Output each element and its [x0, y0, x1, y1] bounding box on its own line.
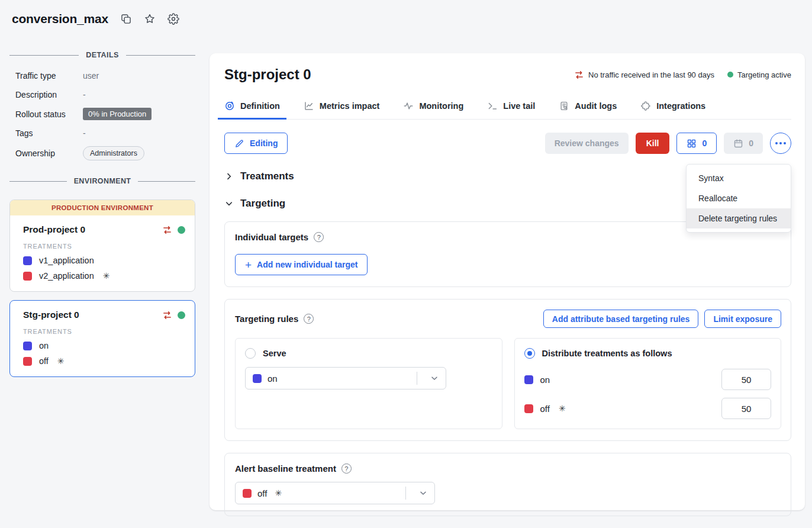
tab-label: Live tail [503, 101, 535, 111]
add-attribute-rules-button[interactable]: Add attribute based targeting rules [543, 310, 699, 328]
tab-integrations[interactable]: Integrations [640, 101, 705, 119]
radio-checked-icon [524, 348, 535, 359]
ownership-pill[interactable]: Administrators [83, 146, 144, 160]
kill-button[interactable]: Kill [636, 133, 670, 154]
treatment-color-swatch [23, 272, 32, 281]
targeting-rules-actions: Add attribute based targeting rules Limi… [543, 310, 781, 328]
no-traffic-label: No traffic received in the last 90 days [588, 70, 714, 79]
plus-icon: + [245, 259, 252, 271]
production-environment-banner: PRODUCTION ENVIRONMENT [10, 200, 195, 215]
star-icon[interactable] [144, 13, 156, 25]
calendar-icon [733, 139, 743, 149]
treatment-name: v1_application [39, 256, 94, 265]
changes-count-button[interactable]: 0 [676, 133, 717, 154]
detail-value: - [83, 128, 86, 138]
treatment-row: v1_application [23, 256, 185, 265]
serve-radio[interactable]: Serve [245, 348, 492, 359]
more-actions-menu: Syntax Reallocate Delete targeting rules [686, 164, 791, 233]
terminal-icon [487, 101, 498, 111]
treatment-name: v2_application [39, 271, 94, 281]
rule-grid: Serve on Distribute [235, 338, 781, 429]
individual-targets-title: Individual targets ? [235, 232, 781, 242]
ellipsis-icon [775, 142, 778, 144]
details-list: Traffic type user Description - Rollout … [15, 70, 195, 160]
detail-value: - [83, 90, 86, 99]
tab-live-tail[interactable]: Live tail [487, 101, 535, 119]
pencil-icon [234, 139, 244, 149]
targeting-rules-panel: Targeting rules ? Add attribute based ta… [224, 299, 791, 441]
treatment-name: off [540, 404, 550, 414]
page-header: conversion_max [12, 12, 179, 26]
add-individual-target-label: Add new individual target [257, 260, 357, 269]
targeting-active-dot [727, 72, 733, 78]
targeting-active-dot [178, 311, 185, 319]
kill-button-label: Kill [646, 139, 659, 148]
help-icon[interactable]: ? [314, 232, 324, 242]
alert-baseline-select[interactable]: off ✳ [235, 482, 435, 504]
copy-icon[interactable] [120, 13, 132, 25]
distribute-radio[interactable]: Distribute treatments as follows [524, 348, 772, 359]
detail-label: Traffic type [15, 71, 83, 81]
review-changes-button[interactable]: Review changes [545, 133, 629, 154]
editing-button-label: Editing [250, 139, 278, 148]
targeting-active-dot [178, 226, 185, 234]
tab-label: Integrations [656, 101, 705, 111]
targeting-rules-header: Targeting rules ? Add attribute based ta… [235, 310, 781, 328]
detail-label: Tags [15, 128, 83, 138]
distribute-option-box: Distribute treatments as follows on off … [514, 338, 782, 429]
detail-label: Ownership [15, 149, 83, 158]
distribute-row-off: off ✳ [524, 398, 772, 419]
serve-radio-label: Serve [263, 349, 286, 358]
menu-item-reallocate[interactable]: Reallocate [687, 188, 791, 208]
tab-bar: Definition Metrics impact Monitoring Liv… [224, 101, 791, 120]
tab-metrics-impact[interactable]: Metrics impact [304, 101, 380, 119]
changes-count: 0 [702, 139, 707, 148]
tab-monitoring[interactable]: Monitoring [403, 101, 463, 119]
traffic-swap-icon [162, 225, 172, 235]
alert-baseline-panel: Alert baseline treatment ? off ✳ [224, 453, 791, 516]
detail-value: user [83, 71, 99, 81]
environment-card-prod[interactable]: PRODUCTION ENVIRONMENT Prod-project 0 TR… [9, 199, 195, 292]
environment-heading-label: ENVIRONMENT [74, 177, 131, 185]
menu-item-delete-targeting-rules[interactable]: Delete targeting rules [687, 208, 791, 228]
treatment-color-swatch [243, 489, 252, 498]
toolbar-right: Review changes Kill 0 0 [545, 133, 791, 154]
menu-item-syntax[interactable]: Syntax [687, 168, 791, 188]
main-panel: Stg-project 0 No traffic received in the… [210, 53, 805, 510]
limit-exposure-button[interactable]: Limit exposure [704, 310, 781, 328]
treatment-color-swatch [23, 342, 32, 350]
schedule-count: 0 [749, 139, 753, 148]
schedule-count-button[interactable]: 0 [724, 133, 763, 154]
tab-audit-logs[interactable]: Audit logs [559, 101, 617, 119]
gear-icon[interactable] [167, 13, 179, 25]
editing-button[interactable]: Editing [224, 133, 288, 154]
tab-definition[interactable]: Definition [224, 101, 280, 119]
default-treatment-icon: ✳ [559, 404, 566, 413]
treatment-color-swatch [23, 256, 32, 265]
serve-treatment-select[interactable]: on [245, 367, 446, 389]
grid-icon [687, 139, 697, 149]
add-individual-target-button[interactable]: + Add new individual target [235, 254, 368, 275]
more-actions-button[interactable] [770, 133, 791, 154]
environment-name: Stg-project 0 [23, 310, 79, 320]
detail-label: Rollout status [15, 110, 83, 119]
environment-status-icons [162, 225, 185, 235]
treatments-section-label: Treatments [240, 170, 294, 182]
detail-row-traffic-type: Traffic type user [15, 70, 195, 82]
targeting-rules-title: Targeting rules ? [235, 314, 314, 324]
detail-row-description: Description - [15, 89, 195, 101]
target-icon [224, 101, 235, 111]
help-icon[interactable]: ? [304, 314, 314, 324]
distribute-on-percent-input[interactable] [721, 369, 771, 390]
default-treatment-icon: ✳ [103, 271, 110, 281]
treatment-color-swatch [23, 357, 32, 366]
alert-baseline-title: Alert baseline treatment ? [235, 463, 781, 474]
rollout-status-badge: 0% in Production [83, 108, 152, 120]
details-heading: DETAILS [9, 51, 195, 59]
distribute-row-on: on [524, 369, 772, 390]
distribute-off-percent-input[interactable] [721, 398, 771, 419]
environment-card-stg[interactable]: Stg-project 0 TREATMENTS on off [9, 300, 195, 377]
detail-row-ownership: Ownership Administrators [15, 146, 195, 160]
traffic-swap-icon [574, 70, 584, 80]
help-icon[interactable]: ? [341, 463, 352, 474]
